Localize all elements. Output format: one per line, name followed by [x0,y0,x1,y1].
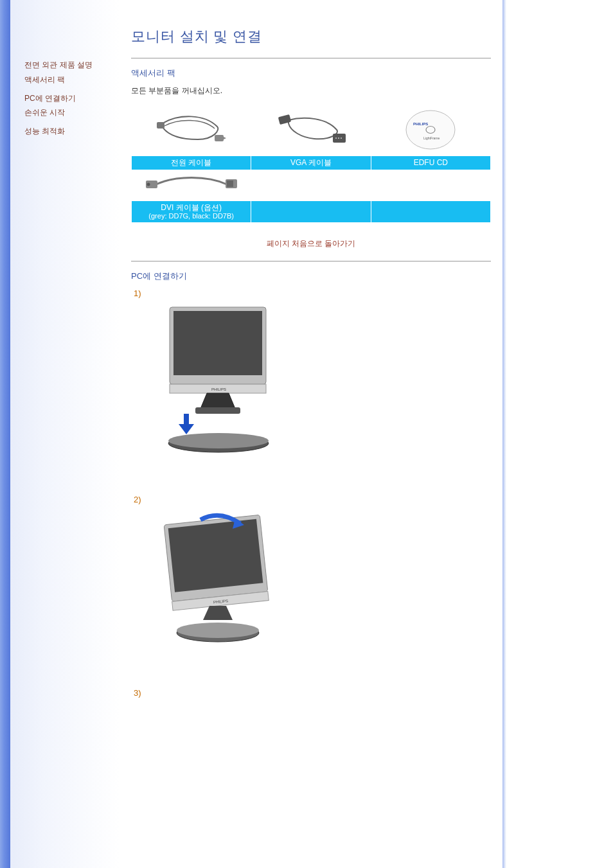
dvi-cable-icon [143,172,240,197]
back-to-top-link[interactable]: 페이지 처음으로 돌아가기 [267,239,356,248]
divider [131,261,491,261]
page-root: 전면 외관 제품 설명 액세서리 팩 PC에 연결하기 손쉬운 시작 성능 최적… [0,0,613,868]
step-1-number: 1) [134,288,491,298]
sidebar-link-optimize[interactable]: 성능 최적화 [24,124,111,139]
cd-icon: PHILIPS LightFrame [395,107,466,152]
accessories-note: 모든 부분품을 꺼내십시오. [131,85,491,96]
step-2: 2) PHILIPS [131,495,491,651]
power-cable-icon [153,111,230,149]
svg-point-29 [177,623,259,638]
acc-img-power-cable [132,106,251,156]
acc-label-cd: EDFU CD [371,156,490,170]
svg-marker-19 [200,393,235,409]
accessories-table: PHILIPS LightFrame 전원 케이블 VGA 케이블 EDFU C… [131,105,491,223]
svg-rect-0 [157,122,164,128]
section-title-connect: PC에 연결하기 [131,270,491,282]
back-to-top-wrap: 페이지 처음으로 돌아가기 [131,237,491,249]
svg-rect-14 [227,181,233,187]
step-3: 3) [131,688,491,698]
main-content: 모니터 설치 및 연결 액세서리 팩 모든 부분품을 꺼내십시오. [120,0,502,868]
acc-label-vga: VGA 케이블 [251,156,371,170]
page-title: 모니터 설치 및 연결 [131,27,491,46]
section-title-accessories: 액세서리 팩 [131,67,491,79]
svg-rect-2 [278,114,291,124]
sidebar-link-front-desc[interactable]: 전면 외관 제품 설명 [24,58,111,73]
monitor-attach-base-icon: PHILIPS [150,301,279,455]
divider [131,58,491,58]
svg-point-7 [406,111,455,149]
svg-rect-24 [168,519,263,592]
acc-label-dvi-line1: DVI 케이블 (옵션) [161,203,222,212]
step-3-number: 3) [134,688,491,698]
acc-label-dvi-line2: (grey: DD7G, black: DD7B) [134,212,248,220]
svg-marker-27 [203,606,233,620]
sidebar-nav: 전면 외관 제품 설명 액세서리 팩 PC에 연결하기 손쉬운 시작 성능 최적… [10,0,120,868]
svg-rect-16 [173,311,262,375]
acc-img-vga-cable [251,106,371,156]
svg-rect-20 [195,407,240,414]
acc-label-dvi: DVI 케이블 (옵션) (grey: DD7G, black: DD7B) [132,201,251,223]
step-1: 1) PHILIPS [131,288,491,457]
acc-img-edfu-cd: PHILIPS LightFrame [371,106,490,156]
acc-img-empty-2 [371,170,490,201]
acc-img-dvi-cable [132,170,251,201]
svg-rect-1 [215,135,224,141]
svg-point-12 [147,182,150,186]
step-1-image: PHILIPS [131,301,491,457]
svg-point-22 [168,433,269,448]
monitor-tilt-icon: PHILIPS [150,507,279,648]
svg-text:PHILIPS: PHILIPS [413,122,428,126]
acc-label-empty-1 [251,201,371,223]
vga-cable-icon [272,111,350,149]
step-2-image: PHILIPS [131,507,491,651]
right-gutter [502,0,613,868]
svg-text:LightFrame: LightFrame [423,136,440,140]
sidebar-link-connect-pc[interactable]: PC에 연결하기 [24,91,111,106]
left-gradient-strip [0,0,10,868]
step-2-number: 2) [134,495,491,504]
svg-text:PHILIPS: PHILIPS [211,387,226,391]
svg-point-5 [338,137,339,139]
sidebar-link-easy-start[interactable]: 손쉬운 시작 [24,105,111,120]
acc-label-empty-2 [371,201,490,223]
acc-img-empty-1 [251,170,371,201]
acc-label-power: 전원 케이블 [132,156,251,170]
svg-point-6 [341,137,342,139]
svg-point-4 [335,137,337,139]
sidebar-link-accessories[interactable]: 액세서리 팩 [24,73,111,87]
